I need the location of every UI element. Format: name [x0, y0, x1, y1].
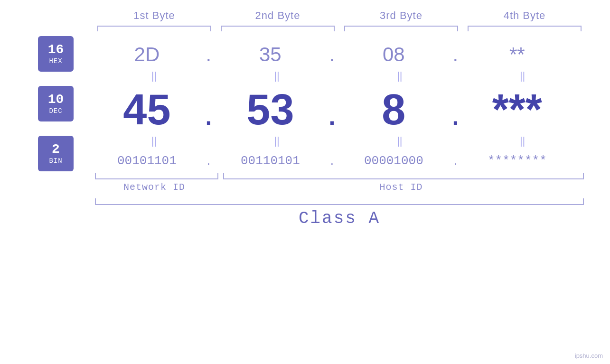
dec-dot1: .: [201, 91, 216, 129]
dec-byte2: 53: [216, 88, 325, 131]
hex-byte3: 08: [339, 43, 448, 66]
bracket-byte2: [221, 26, 335, 31]
bottom-brackets: [24, 173, 586, 179]
bin-byte2: 00110101: [216, 154, 325, 168]
class-label: Class A: [93, 209, 586, 228]
hex-byte1: 2D: [93, 43, 201, 66]
hex-byte4: **: [463, 43, 572, 66]
top-brackets: [24, 26, 586, 31]
host-id-label: Host ID: [216, 182, 586, 193]
bracket-byte1: [97, 26, 211, 31]
byte3-header: 3rd Byte: [339, 9, 463, 22]
sep-row-2: || || || ||: [24, 135, 586, 147]
dec-dot3: .: [448, 91, 463, 129]
network-bracket: [95, 173, 218, 179]
main-container: 1st Byte 2nd Byte 3rd Byte 4th Byte 16 H…: [0, 0, 610, 364]
dec-row: 45 . 53 . 8 . ***: [24, 88, 586, 131]
bin-byte1: 00101101: [93, 154, 201, 168]
watermark: ipshu.com: [575, 352, 603, 359]
hex-byte2: 35: [216, 43, 325, 66]
bin-row: 00101101 . 00110101 . 00001000 . *******…: [24, 153, 586, 168]
bracket-byte3: [344, 26, 458, 31]
badges-column: 16 HEX 10 DEC 2 BIN: [38, 36, 74, 171]
byte2-header: 2nd Byte: [216, 9, 339, 22]
class-row: Class A: [24, 209, 586, 228]
dec-badge: 10 DEC: [38, 86, 74, 121]
bin-dot3: .: [448, 153, 463, 168]
sep-row-1: || || || ||: [24, 70, 586, 82]
header-row: 1st Byte 2nd Byte 3rd Byte 4th Byte: [24, 9, 586, 22]
hex-dot2: .: [325, 43, 339, 66]
full-bracket: [95, 198, 584, 205]
bin-badge: 2 BIN: [38, 136, 74, 171]
hex-dot3: .: [448, 43, 463, 66]
id-labels: Network ID Host ID: [24, 182, 586, 193]
byte1-header: 1st Byte: [93, 9, 216, 22]
dec-byte3: 8: [339, 88, 448, 131]
bin-dot1: .: [201, 153, 216, 168]
dec-byte4: ***: [463, 88, 572, 131]
host-bracket: [223, 173, 584, 179]
hex-badge: 16 HEX: [38, 36, 74, 72]
bin-dot2: .: [325, 153, 339, 168]
bin-byte4: ********: [463, 154, 572, 168]
bin-byte3: 00001000: [339, 154, 448, 168]
bracket-byte4: [468, 26, 582, 31]
hex-row: 2D . 35 . 08 . **: [24, 43, 586, 66]
dec-byte1: 45: [93, 88, 201, 131]
dec-dot2: .: [325, 91, 339, 129]
byte4-header: 4th Byte: [463, 9, 586, 22]
network-id-label: Network ID: [93, 182, 216, 193]
full-bottom-bracket: [24, 198, 586, 205]
hex-dot1: .: [201, 43, 216, 66]
